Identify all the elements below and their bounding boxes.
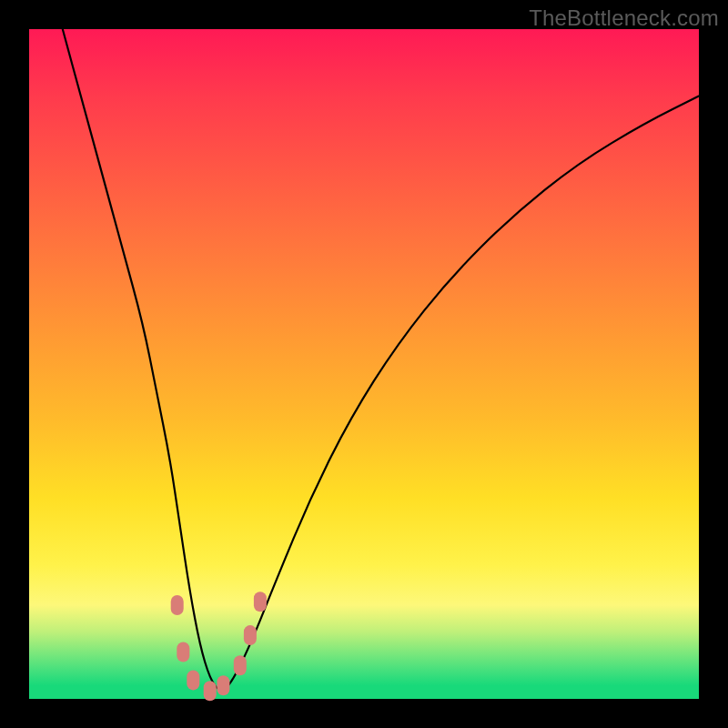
- curve-marker: [234, 655, 247, 675]
- curve-marker: [187, 670, 199, 690]
- curve-marker: [254, 592, 267, 612]
- curve-marker: [171, 595, 184, 615]
- curve-markers: [171, 592, 267, 701]
- watermark-text: TheBottleneck.com: [529, 5, 719, 31]
- curve-marker: [244, 625, 257, 645]
- outer-frame: TheBottleneck.com: [0, 0, 728, 728]
- chart-svg: [29, 29, 699, 699]
- curve-marker: [204, 681, 217, 701]
- bottleneck-curve: [63, 29, 699, 690]
- plot-area: [29, 29, 699, 699]
- curve-marker: [177, 642, 189, 662]
- curve-marker: [217, 675, 229, 695]
